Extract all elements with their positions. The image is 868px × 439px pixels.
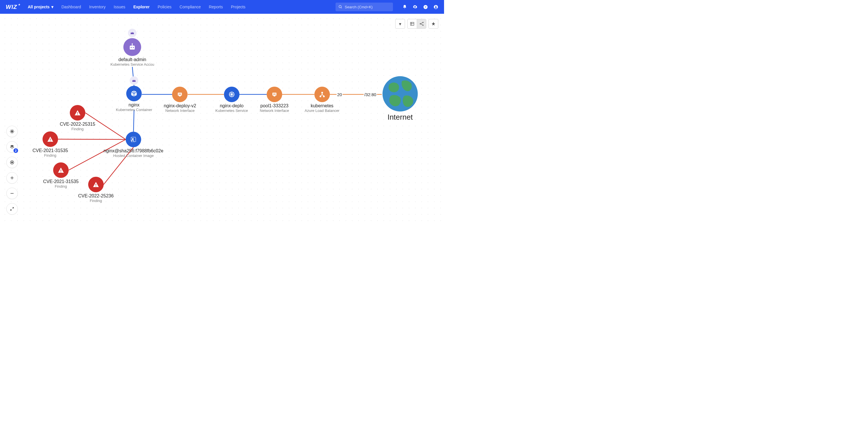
svg-point-64: [323, 96, 324, 97]
node-finding-4[interactable]: CVE-2022-25236 Finding: [78, 177, 114, 203]
star-button[interactable]: [429, 19, 438, 28]
crown-icon: [128, 29, 136, 37]
network-icon: [267, 87, 282, 102]
node-network-interface-2[interactable]: pool1-333223 Network Interface: [260, 87, 289, 113]
node-title: CVE-2021-31535: [43, 179, 79, 184]
help-icon[interactable]: ?: [423, 4, 428, 9]
node-title: CVE-2022-25315: [60, 122, 95, 127]
node-title: pool1-333223: [260, 103, 289, 108]
search-icon: [338, 5, 342, 9]
view-toolbar: ▾: [395, 19, 438, 29]
warning-icon: [53, 162, 69, 178]
nav-projects[interactable]: Projects: [231, 5, 246, 9]
node-subtitle: Network Interface: [164, 108, 196, 113]
node-service-account[interactable]: default-admin Kubernetes Service Accou: [111, 29, 154, 67]
node-network-interface-1[interactable]: nginx-deploy-v2 Network Interface: [164, 87, 196, 113]
svg-rect-67: [50, 138, 51, 140]
node-title: nginx@sha256:f7988fb6c02e: [104, 148, 163, 154]
node-subtitle: Kubernetes Service: [215, 108, 248, 113]
table-view-button[interactable]: [408, 19, 417, 28]
svg-line-1: [341, 7, 342, 8]
node-title: default-admin: [111, 57, 154, 62]
node-load-balancer[interactable]: kubernetes Azure Load Balancer: [305, 87, 339, 113]
chevron-down-icon: ▾: [51, 5, 53, 9]
layers-button[interactable]: 2: [6, 141, 18, 153]
nav-inventory[interactable]: Inventory: [89, 5, 105, 9]
node-container[interactable]: nginx Kubernetes Container: [116, 76, 152, 112]
svg-point-59: [321, 92, 322, 93]
svg-point-10: [423, 22, 423, 23]
node-subtitle: Kubernetes Container: [116, 107, 152, 112]
image-icon: [126, 132, 141, 147]
node-finding-2[interactable]: CVE-2021-31535 Finding: [32, 131, 68, 158]
node-subtitle: Azure Load Balancer: [305, 108, 339, 113]
warning-icon: [70, 105, 85, 121]
svg-rect-69: [61, 169, 61, 171]
svg-point-38: [133, 47, 134, 48]
svg-point-11: [423, 25, 423, 26]
svg-point-0: [339, 5, 341, 8]
graph-view-button[interactable]: [417, 19, 426, 28]
svg-rect-47: [181, 94, 181, 95]
nav-dashboard[interactable]: Dashboard: [61, 5, 81, 9]
gear-icon[interactable]: [412, 4, 417, 9]
warning-icon: [88, 177, 104, 192]
node-title: nginx-deploy-v2: [164, 103, 196, 108]
svg-line-26: [133, 110, 134, 132]
sparkle-icon: ✦: [18, 3, 20, 6]
svg-rect-57: [274, 94, 275, 95]
node-internet[interactable]: Internet: [382, 75, 418, 122]
svg-rect-36: [130, 45, 135, 50]
nav-compliance[interactable]: Compliance: [180, 5, 201, 9]
svg-point-73: [383, 76, 418, 112]
crown-icon: [130, 76, 138, 85]
svg-line-12: [421, 23, 423, 24]
user-icon[interactable]: [433, 4, 438, 9]
svg-rect-71: [96, 184, 96, 185]
node-service[interactable]: nginx-deplo Kubernetes Service: [215, 87, 248, 113]
node-subtitle: Network Interface: [260, 108, 289, 113]
svg-rect-44: [179, 96, 181, 96]
logo: WIZ✦: [6, 4, 20, 10]
node-title: kubernetes: [305, 103, 339, 108]
svg-point-9: [420, 24, 421, 24]
nav-reports[interactable]: Reports: [209, 5, 223, 9]
svg-rect-58: [275, 94, 276, 95]
svg-point-19: [11, 162, 13, 163]
svg-rect-66: [77, 114, 78, 115]
node-subtitle: Finding: [78, 198, 114, 203]
globe-icon: [382, 75, 418, 112]
node-subtitle: Kubernetes Service Accou: [111, 62, 154, 67]
dropdown-toggle[interactable]: ▾: [396, 19, 405, 28]
robot-icon: [123, 38, 141, 56]
nav-issues[interactable]: Issues: [114, 5, 125, 9]
search-input[interactable]: Search (Cmd+K): [336, 3, 393, 11]
svg-rect-45: [179, 94, 179, 95]
zoom-in-button[interactable]: [6, 172, 18, 184]
nav-policies[interactable]: Policies: [158, 5, 172, 9]
cube-icon: [126, 86, 142, 101]
node-finding-1[interactable]: CVE-2022-25315 Finding: [60, 105, 95, 131]
snowflake-button[interactable]: [6, 126, 18, 137]
svg-rect-70: [61, 171, 61, 172]
header: WIZ✦ All projects ▾ Dashboard Inventory …: [0, 0, 444, 14]
svg-rect-65: [77, 112, 78, 114]
zoom-out-button[interactable]: [6, 188, 18, 199]
node-finding-3[interactable]: CVE-2021-31535 Finding: [43, 162, 79, 189]
svg-rect-68: [50, 140, 51, 141]
bell-icon[interactable]: [402, 4, 407, 9]
target-button[interactable]: [6, 157, 18, 168]
nav: Dashboard Inventory Issues Explorer Poli…: [61, 5, 245, 9]
node-title: nginx-deplo: [215, 103, 248, 108]
left-toolbar: 2: [6, 126, 18, 215]
project-selector[interactable]: All projects ▾: [28, 5, 53, 9]
svg-point-42: [132, 138, 133, 139]
svg-rect-72: [96, 186, 96, 187]
graph-canvas[interactable]: ▾ 2: [0, 14, 444, 224]
svg-point-63: [320, 96, 321, 97]
svg-point-40: [132, 43, 133, 44]
node-subtitle: Finding: [32, 153, 68, 158]
expand-button[interactable]: [6, 203, 18, 215]
nav-explorer[interactable]: Explorer: [133, 5, 150, 9]
node-image[interactable]: nginx@sha256:f7988fb6c02e Hosted Contain…: [104, 132, 163, 158]
